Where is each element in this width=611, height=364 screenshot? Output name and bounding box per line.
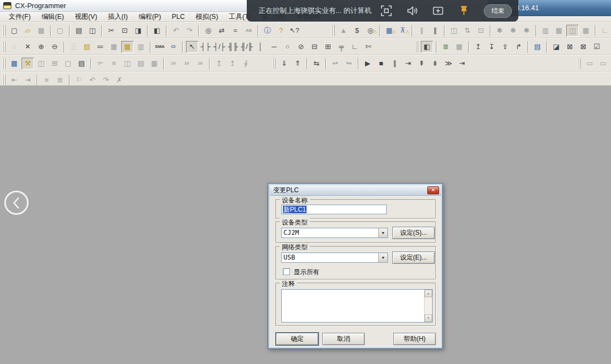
flag-back-icon[interactable]: ↶ [86,74,99,86]
sim-step-in-icon[interactable]: ⇞ [415,58,428,69]
online-transfer-icon[interactable]: ⊼⚠ [397,25,409,37]
copy-icon[interactable]: ⊡ [119,25,131,37]
cancel-button[interactable]: 取消 [322,333,365,345]
comment-scrollbar[interactable]: ▲ ▼ [424,290,432,322]
sim-run-icon[interactable]: ▶ [362,58,374,69]
new-closed-contact-icon[interactable]: ┤/├ [213,41,226,53]
online-edit-begin-icon[interactable]: ↫ [329,58,342,69]
new-contact-icon[interactable]: ┤├ [199,41,212,53]
grid-icon[interactable]: ░ [67,41,80,53]
flag-set-icon[interactable]: ⚐ [73,74,85,86]
monitor-grid-icon[interactable]: ▦ [108,41,120,53]
zoom-in-icon[interactable]: ⊕ [35,41,47,53]
sim-stop-icon[interactable]: ■ [375,58,387,69]
symbol-view-icon[interactable]: ▦ [148,58,161,69]
symbol-bar-icon[interactable]: ▦ [121,41,134,53]
toolbar-grip[interactable] [3,58,5,69]
address-list-icon[interactable]: ≔ [94,41,107,53]
sim-step-out-icon[interactable]: ⇟ [429,58,441,69]
sim-pause-icon[interactable]: ∥ [388,58,401,69]
comment-view-icon[interactable]: CI [167,41,179,53]
force-set-icon[interactable]: ✱ [494,25,506,37]
edit-mode-icon[interactable]: ◧ [421,41,433,53]
rung-tree-icon[interactable]: ▥ [135,41,147,53]
new-pid-instruction-icon[interactable]: ⊞ [322,41,334,53]
close-icon[interactable]: ✕ [427,186,439,194]
toolbar-grip[interactable] [578,58,581,69]
save-icon[interactable]: ▦ [35,25,47,37]
rung-annotation-icon[interactable]: ◫ [121,58,134,69]
download-to-plc-icon[interactable]: ⇓ [278,58,290,69]
build-icon[interactable]: ⚒ [22,58,34,69]
net-segment-2-icon[interactable]: ▭ [597,58,609,69]
sim-run-to-cursor-icon[interactable]: ⇥ [456,58,468,69]
scroll-down-icon[interactable]: ▼ [425,314,432,322]
fb-invoke-icon[interactable]: ∟ [349,41,361,53]
insert-rung-below-icon[interactable]: ↧ [485,41,498,53]
network-type-settings-button[interactable]: 设定(E)... [392,251,435,264]
new-closed-coil-icon[interactable]: ⊘ [295,41,307,53]
network-type-combobox[interactable]: USB ▼ [281,253,388,263]
toolbar-grip[interactable] [332,25,335,36]
undo-icon[interactable]: ↶ [170,25,182,37]
window-float-icon[interactable]: ▢ [62,58,74,69]
select-tool-icon[interactable]: ↖ [186,41,198,53]
menu-edit[interactable]: 编辑(E) [36,12,70,22]
rung-comment-icon[interactable]: ▤ [81,41,93,53]
properties-icon[interactable]: ▤ [75,58,88,69]
help-button[interactable]: 帮助(H) [393,333,436,345]
menu-file[interactable]: 文件(F) [3,12,36,22]
info-icon[interactable]: ⓘ [261,25,274,37]
mnemonic-view-icon[interactable]: SMA [154,41,166,53]
flag-forward-icon[interactable]: ↷ [100,74,112,86]
compile-icon[interactable]: ▢ [54,25,66,37]
split-screen-icon[interactable] [432,5,444,17]
address-ref-window-icon[interactable]: ☑ [591,41,603,53]
toolbar-grip[interactable] [273,58,275,69]
menu-program[interactable]: 编程(P) [133,12,166,22]
edit-cell-icon[interactable]: ↱ [512,41,525,53]
horizontal-line-icon[interactable]: ─ [268,41,280,53]
transfer-program-icon[interactable]: ⇅ [461,25,474,37]
new-instruction-icon[interactable]: ⊟ [308,41,321,53]
layers-icon[interactable]: ≣ [440,41,452,53]
flag-clear-icon[interactable]: ✗ [113,74,126,86]
speaker-icon[interactable] [406,5,418,17]
auto-online-icon[interactable]: $ [351,25,363,37]
new-or-closed-contact-icon[interactable]: ╢/╟ [240,41,253,53]
address-bar-icon[interactable]: ▤ [531,41,544,53]
menu-simulation[interactable]: 模拟(S) [190,12,224,22]
compare-program-icon[interactable]: ⊡ [475,25,487,37]
calendar-icon[interactable]: ▦ [453,41,466,53]
cross-ref-window-icon[interactable]: ⊠ [577,41,589,53]
toolbar-grip[interactable] [3,41,5,52]
fullscreen-icon[interactable] [380,5,392,17]
end-session-button[interactable]: 结束 [484,4,512,18]
vertical-line-icon[interactable]: │ [254,41,267,53]
open-file-icon[interactable]: ▱ [22,25,34,37]
menu-view[interactable]: 视图(V) [70,12,103,22]
zoom-out-icon[interactable]: ⊖ [48,41,61,53]
force-cancel-icon[interactable]: ✱ [520,25,533,37]
work-online-icon[interactable]: ▲ [337,25,350,37]
io-table-icon[interactable]: ▥ [539,25,552,37]
monitor-1-icon[interactable]: ↥ [213,58,225,69]
zoom-cross-icon[interactable]: ✕ [22,41,34,53]
print-icon[interactable]: ▤ [73,25,85,37]
cross-reference-icon[interactable]: ✃ [94,58,107,69]
online-edit-send-icon[interactable]: ↬ [343,58,355,69]
scroll-up-icon[interactable]: ▲ [425,290,432,297]
help-icon[interactable]: ? [275,25,287,37]
rung-list-icon[interactable]: ≡ [40,74,53,86]
find-symbol-icon[interactable]: ≈ [229,25,241,37]
upload-from-plc-icon[interactable]: ⇑ [291,58,304,69]
outdent-icon[interactable]: ⇤ [8,74,20,86]
pin-icon[interactable] [458,5,470,17]
net-segment-1-icon[interactable]: ▭ [584,58,596,69]
delete-tool-icon[interactable]: ✄ [362,41,374,53]
radix-signed-decimal-icon[interactable]: 10 [180,58,193,69]
new-project-window-icon[interactable]: ▦ [8,58,20,69]
sim-step-run-icon[interactable]: ⇥ [402,58,414,69]
paste-icon[interactable]: ◨ [132,25,144,37]
find-icon[interactable]: ◎ [202,25,214,37]
